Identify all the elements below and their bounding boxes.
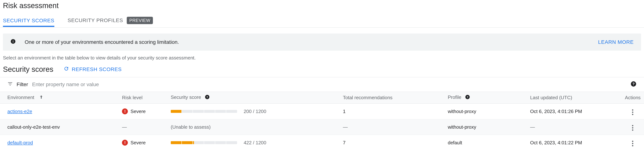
col-security-score[interactable]: Security score ? [168, 92, 341, 104]
help-icon[interactable]: ? [205, 94, 210, 101]
total-recommendations: — [343, 124, 348, 130]
table-row: callout-only-e2e-test-env—(Unable to ass… [0, 119, 644, 135]
score-value: 422 / 1200 [244, 140, 266, 146]
risk-level-value: Severe [130, 108, 146, 114]
help-icon[interactable]: ? [630, 81, 637, 88]
learn-more-link[interactable]: LEARN MORE [598, 39, 634, 45]
last-updated: Oct 6, 2023, 4:01:26 PM [530, 108, 582, 114]
section-title: Security scores [3, 65, 53, 74]
tabs: SECURITY SCORES SECURITY PROFILES PREVIE… [0, 14, 644, 28]
col-label: Last updated (UTC) [530, 95, 572, 100]
col-label: Risk level [122, 95, 142, 100]
tab-label: SECURITY SCORES [3, 18, 54, 24]
row-actions-menu[interactable] [630, 108, 635, 116]
filter-input[interactable] [32, 81, 627, 88]
profile-name: default [448, 140, 462, 146]
col-label: Security score [171, 94, 201, 100]
score-progress-bar [171, 141, 237, 144]
svg-rect-1 [13, 41, 14, 43]
alert-message: One or more of your environments encount… [25, 39, 589, 45]
row-actions-menu[interactable] [630, 124, 635, 132]
total-recommendations: 1 [343, 108, 346, 114]
environment-name: callout-only-e2e-test-env [7, 124, 60, 130]
scores-table: Environment Risk level Security score ? … [0, 92, 644, 148]
col-label: Actions [625, 95, 640, 100]
unable-to-assess: (Unable to assess) [171, 124, 211, 130]
total-recommendations: 7 [343, 140, 346, 146]
tab-security-profiles[interactable]: SECURITY PROFILES PREVIEW [68, 14, 153, 28]
tab-label: SECURITY PROFILES [68, 18, 123, 24]
page-title: Risk assessment [0, 0, 644, 14]
security-score-cell: 200 / 1200 [171, 108, 338, 114]
table-row: actions-e2e!Severe200 / 12001without-pro… [0, 104, 644, 119]
filter-label: Filter [16, 82, 28, 88]
severe-icon: ! [122, 108, 128, 114]
col-total-recs[interactable]: Total recommendations [341, 92, 446, 104]
col-environment[interactable]: Environment [0, 92, 120, 104]
last-updated: — [530, 124, 535, 130]
risk-level-cell: !Severe [122, 108, 166, 114]
profile-name: without-proxy [448, 124, 476, 130]
filter-bar: Filter ? [0, 77, 644, 92]
svg-text:?: ? [632, 82, 634, 86]
last-updated: Oct 6, 2023, 4:01:22 PM [530, 140, 582, 146]
environment-name[interactable]: actions-e2e [7, 108, 32, 114]
col-actions: Actions [622, 92, 644, 104]
table-header-row: Environment Risk level Security score ? … [0, 92, 644, 104]
alert-banner: One or more of your environments encount… [3, 34, 641, 50]
score-value: 200 / 1200 [244, 108, 266, 114]
row-actions-menu[interactable] [630, 139, 635, 148]
col-profile[interactable]: Profile ? [446, 92, 528, 104]
refresh-scores-button[interactable]: REFRESH SCORES [64, 66, 122, 73]
helper-text: Select an environment in the table below… [0, 55, 644, 65]
info-icon [10, 39, 16, 46]
svg-text:?: ? [466, 96, 468, 99]
help-icon[interactable]: ? [465, 94, 470, 101]
col-label: Total recommendations [343, 95, 392, 100]
filter-icon [7, 81, 13, 88]
risk-level-value: Severe [130, 140, 146, 146]
tab-security-scores[interactable]: SECURITY SCORES [3, 15, 54, 27]
col-risk-level[interactable]: Risk level [120, 92, 168, 104]
risk-level-cell: — [122, 124, 166, 130]
col-label: Environment [7, 94, 34, 100]
risk-level-value: — [122, 124, 127, 130]
svg-rect-2 [13, 40, 14, 41]
col-last-updated[interactable]: Last updated (UTC) [528, 92, 622, 104]
severe-icon: ! [122, 140, 128, 146]
svg-text:?: ? [206, 96, 208, 99]
risk-level-cell: !Severe [122, 140, 166, 146]
preview-badge: PREVIEW [127, 17, 153, 24]
col-label: Profile [448, 94, 462, 100]
environment-name[interactable]: default-prod [7, 140, 33, 146]
sort-ascending-icon [39, 94, 44, 101]
score-progress-bar [171, 110, 237, 113]
table-row: default-prod!Severe422 / 12007defaultOct… [0, 135, 644, 148]
refresh-icon [64, 66, 69, 73]
refresh-label: REFRESH SCORES [72, 66, 122, 72]
security-score-cell: 422 / 1200 [171, 140, 338, 146]
profile-name: without-proxy [448, 108, 476, 114]
